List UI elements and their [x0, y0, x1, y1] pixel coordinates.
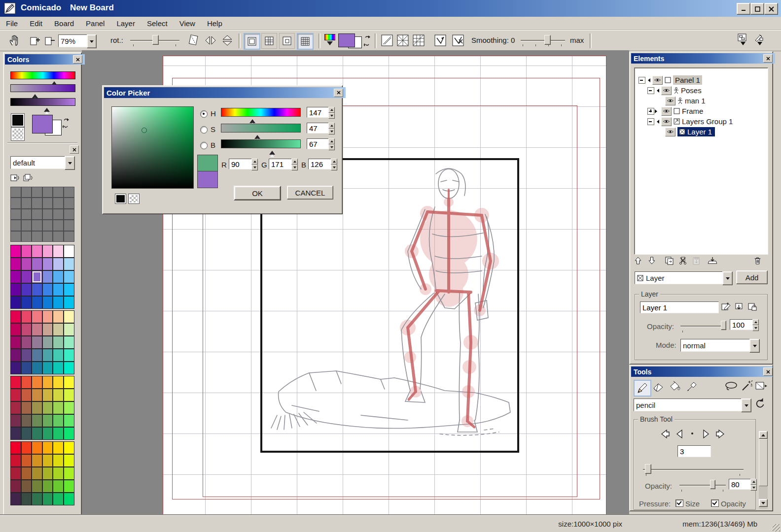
palette-swatch[interactable] [21, 401, 32, 414]
menu-file[interactable]: File [0, 17, 24, 30]
palette-swatch[interactable] [32, 270, 42, 283]
palette-preset-dropdown-icon[interactable] [65, 156, 75, 170]
palette-swatch[interactable] [10, 283, 21, 296]
palette-swatch[interactable] [10, 362, 21, 374]
expand-toggle-icon[interactable] [647, 108, 654, 115]
flip-vertical-icon[interactable] [220, 34, 235, 47]
palette-swatch[interactable] [10, 427, 21, 440]
palette-swatch[interactable] [42, 427, 53, 440]
palette-swatch[interactable] [53, 323, 64, 336]
guide-diagonal-icon[interactable] [381, 34, 393, 47]
sv-cursor[interactable] [142, 128, 147, 133]
colors-panel-close-icon[interactable] [73, 55, 82, 64]
palette-swatch[interactable] [42, 323, 53, 336]
palette-swatch[interactable] [32, 336, 42, 349]
foreground-color-swatch[interactable] [338, 33, 355, 47]
guide-grid-perspective-icon[interactable] [412, 34, 425, 47]
palette-swatch[interactable] [10, 376, 21, 389]
palette-swatch[interactable] [42, 296, 53, 309]
picker-black-swatch[interactable] [115, 194, 126, 203]
custom-swatch[interactable] [32, 198, 42, 208]
palette-swatch[interactable] [21, 376, 32, 389]
palette-swatch[interactable] [10, 441, 21, 454]
custom-swatch[interactable] [42, 198, 53, 208]
tree-item-poses[interactable]: Poses [647, 85, 702, 96]
palette-swatch[interactable] [21, 441, 32, 454]
palette-swatch[interactable] [32, 323, 42, 336]
palette-swatch[interactable] [32, 376, 42, 389]
palette-swatch[interactable] [32, 258, 42, 270]
layer-effects-icon[interactable] [721, 302, 732, 311]
palette-swatch[interactable] [64, 336, 74, 349]
palette-swatch[interactable] [42, 441, 53, 454]
picker-brightness-bar[interactable] [221, 139, 301, 148]
custom-swatch-grid[interactable] [10, 187, 75, 242]
view-page-button[interactable] [244, 33, 260, 50]
palette-swatch[interactable] [64, 467, 74, 480]
palette-swatch[interactable] [10, 323, 21, 336]
palette-swatch[interactable] [21, 245, 32, 258]
palette-swatch[interactable] [32, 414, 42, 427]
layer-opacity-field[interactable] [730, 319, 754, 330]
flip-horizontal-icon[interactable] [203, 34, 218, 47]
custom-swatch[interactable] [53, 198, 64, 208]
palette-swatch[interactable] [53, 270, 64, 283]
collapse-toggle-icon[interactable] [647, 87, 654, 94]
custom-swatch[interactable] [10, 187, 21, 198]
custom-swatch[interactable] [21, 231, 32, 242]
palette-swatch[interactable] [32, 427, 42, 440]
elements-panel-close-icon[interactable] [763, 54, 773, 63]
custom-swatch[interactable] [21, 187, 32, 198]
palette-swatch[interactable] [10, 258, 21, 270]
visibility-eye-icon[interactable] [665, 97, 675, 105]
layer-opacity-slider[interactable] [680, 318, 726, 333]
palette-swatch[interactable] [10, 414, 21, 427]
pencil-tool-button[interactable] [634, 380, 651, 397]
red-value-field[interactable] [229, 159, 253, 169]
elements-panel-titlebar[interactable]: Elements [631, 53, 775, 64]
palette-swatch[interactable] [32, 362, 42, 374]
custom-swatch[interactable] [21, 209, 32, 220]
palette-preset-select[interactable]: default [10, 156, 69, 169]
hue-radio[interactable] [200, 110, 208, 118]
brush-size-slider[interactable] [643, 462, 744, 477]
zoom-level-combo[interactable]: 79% [58, 34, 91, 47]
palette-swatch[interactable] [42, 362, 53, 374]
pen-settings-icon[interactable] [754, 33, 765, 47]
copy-icon[interactable] [665, 257, 674, 265]
palette-swatch[interactable] [42, 245, 53, 258]
palette-swatch[interactable] [32, 401, 42, 414]
scroll-thumb[interactable] [759, 439, 768, 486]
saturation-marker[interactable] [32, 91, 38, 98]
layer-mode-dropdown-icon[interactable] [749, 339, 760, 353]
brush-opacity-field[interactable] [729, 479, 752, 490]
palette-swatch[interactable] [64, 427, 74, 440]
palette-swatch[interactable] [21, 270, 32, 283]
palette-swatch[interactable] [42, 349, 53, 362]
minimize-button[interactable] [737, 3, 750, 15]
sv-gradient-square[interactable] [111, 106, 194, 189]
palette-swatch[interactable] [32, 467, 42, 480]
palette-swatch[interactable] [42, 258, 53, 270]
palette-swatch[interactable] [53, 349, 64, 362]
palette-next-icon[interactable] [23, 174, 33, 182]
element-type-dropdown-icon[interactable] [722, 271, 733, 285]
palette-swatch[interactable] [64, 245, 74, 258]
palette-swatch[interactable] [64, 493, 74, 505]
palette-swatch[interactable] [32, 480, 42, 493]
visibility-eye-icon[interactable] [661, 107, 672, 116]
pressure-size-checkbox[interactable] [675, 499, 683, 507]
palette-swatch[interactable] [10, 454, 21, 467]
view-margins-button[interactable] [279, 33, 295, 49]
palette-swatch[interactable] [64, 414, 74, 427]
brush-preset-select[interactable]: pencil [634, 399, 745, 411]
hue-value-field[interactable] [307, 107, 330, 118]
tools-panel-titlebar[interactable]: Tools [631, 366, 773, 377]
palette-swatch[interactable] [42, 401, 53, 414]
palette-swatch[interactable] [21, 323, 32, 336]
palette-swatch[interactable] [32, 389, 42, 401]
black-swatch[interactable] [11, 114, 24, 127]
palette-swatch[interactable] [21, 349, 32, 362]
palette-swatch[interactable] [42, 493, 53, 505]
green-spinner[interactable] [291, 159, 298, 170]
